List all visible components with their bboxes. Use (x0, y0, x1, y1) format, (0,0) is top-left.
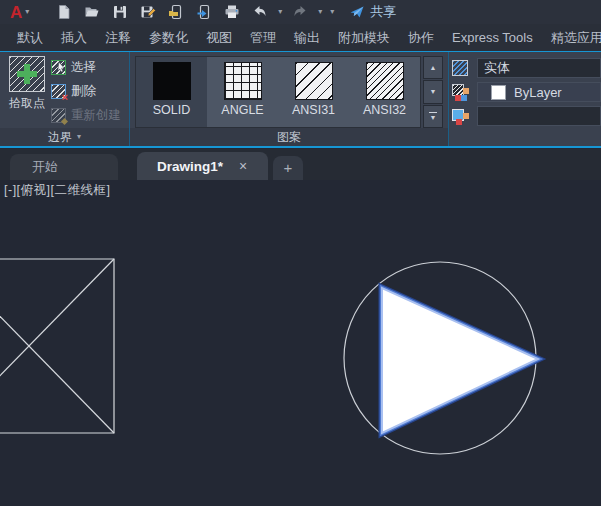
select-boundary-icon (51, 60, 66, 75)
share-button[interactable]: 共享 (349, 3, 396, 21)
pattern-item-ansi32[interactable]: ANSI32 (349, 57, 420, 127)
hatch-color-value: ByLayer (514, 85, 562, 100)
select-boundary-button[interactable]: 选择 (51, 58, 96, 76)
file-tab-start[interactable]: 开始 (10, 154, 118, 180)
cursor-arrow-icon (57, 62, 66, 73)
gallery-expand-button[interactable]: ▼ (423, 105, 443, 128)
pattern-item-angle[interactable]: ANGLE (207, 57, 278, 127)
background-color-icon (452, 108, 468, 124)
tab-output[interactable]: 输出 (285, 24, 329, 51)
boundary-rectangle[interactable] (0, 259, 114, 433)
tab-collaborate[interactable]: 协作 (399, 24, 443, 51)
tab-featured-apps[interactable]: 精选应用 (542, 24, 601, 51)
pattern-gallery: SOLID ANGLE ANSI31 ANSI32 (135, 56, 421, 128)
pattern-item-label: SOLID (136, 103, 207, 117)
plot-button[interactable] (221, 1, 243, 23)
red-x-icon: × (62, 91, 68, 103)
remove-boundary-button[interactable]: × 删除 (51, 82, 96, 100)
application-menu-button[interactable]: A ▾ (6, 4, 33, 21)
title-bar: A ▾ (0, 0, 601, 24)
ansi32-pattern-swatch (366, 62, 404, 100)
recreate-boundary-icon (51, 108, 66, 123)
chevron-down-icon: ▾ (77, 133, 81, 141)
tab-addins[interactable]: 附加模块 (329, 24, 399, 51)
open-from-web-mobile-button[interactable] (165, 1, 187, 23)
tab-annotate[interactable]: 注释 (96, 24, 140, 51)
rectangle-diagonal-1[interactable] (0, 259, 114, 433)
close-tab-button[interactable]: × (239, 159, 247, 173)
gallery-scroll-down-button[interactable]: ▼ (423, 80, 443, 103)
hatch-triangle-solid-fill[interactable] (382, 288, 538, 433)
blue-swatch-part (461, 95, 467, 101)
redo-button[interactable] (289, 1, 311, 23)
chevron-down-icon: ▾ (25, 8, 29, 16)
hatch-color-row (452, 82, 468, 102)
hatch-type-row (452, 58, 468, 78)
boundaries-panel-footer[interactable]: 边界 ▾ (0, 128, 129, 146)
hatch-type-dropdown[interactable]: 实体 (477, 58, 601, 78)
solid-pattern-swatch (153, 62, 191, 100)
pattern-item-label: ANSI31 (278, 103, 349, 117)
undo-arrow-icon (252, 4, 268, 20)
tab-default[interactable]: 默认 (8, 24, 52, 51)
start-tab-label: 开始 (32, 159, 58, 174)
paper-plane-icon (349, 4, 365, 20)
orange-swatch-part (463, 113, 469, 119)
file-tab-bar: 开始 Drawing1* × + (0, 149, 601, 180)
tab-express-tools[interactable]: Express Tools (443, 24, 542, 51)
background-color-dropdown[interactable] (477, 106, 601, 126)
qat-customize-button[interactable]: ▾ (327, 1, 337, 23)
save-to-web-mobile-button[interactable] (193, 1, 215, 23)
open-folder-icon (84, 4, 100, 20)
new-drawing-tab-button[interactable]: + (273, 156, 303, 180)
boundaries-panel: 拾取点 选择 × 删除 重新创建 (0, 52, 130, 146)
pattern-item-ansi31[interactable]: ANSI31 (278, 57, 349, 127)
tab-parametric[interactable]: 参数化 (140, 24, 197, 51)
drawing-tab-label: Drawing1* (157, 159, 223, 174)
pick-points-button[interactable]: 拾取点 (3, 55, 51, 112)
close-icon: × (239, 158, 247, 174)
expand-chevron-icon: ▼ (430, 114, 437, 121)
gallery-scrollbar: ▲ ▼ ▼ (423, 56, 443, 128)
tab-manage[interactable]: 管理 (241, 24, 285, 51)
save-icon (112, 4, 128, 20)
pick-points-label: 拾取点 (3, 95, 51, 112)
new-button[interactable] (53, 1, 75, 23)
recreate-boundary-button: 重新创建 (51, 106, 121, 124)
undo-dropdown-button[interactable]: ▾ (275, 1, 285, 23)
open-button[interactable] (81, 1, 103, 23)
scroll-down-icon: ▼ (430, 88, 437, 95)
pattern-item-solid[interactable]: SOLID (136, 57, 207, 127)
new-file-icon (56, 4, 72, 20)
save-as-icon (140, 4, 156, 20)
pattern-item-label: ANGLE (207, 103, 278, 117)
save-as-button[interactable] (137, 1, 159, 23)
share-label: 共享 (370, 3, 396, 21)
tab-insert[interactable]: 插入 (52, 24, 96, 51)
chevron-down-icon: ▾ (330, 8, 334, 16)
plus-icon: + (284, 159, 293, 176)
autocad-window: A ▾ (0, 0, 601, 506)
scroll-up-icon: ▲ (430, 64, 437, 71)
select-boundary-label: 选择 (71, 59, 96, 76)
drawing-area[interactable]: [-][俯视][二维线框] (0, 180, 601, 506)
hatch-color-dropdown[interactable]: ByLayer (477, 82, 601, 102)
undo-button[interactable] (249, 1, 271, 23)
properties-panel: 实体 ByLayer (449, 52, 601, 146)
pattern-panel: SOLID ANGLE ANSI31 ANSI32 ▲ (130, 52, 449, 146)
redo-dropdown-button[interactable]: ▾ (315, 1, 325, 23)
tab-view[interactable]: 视图 (197, 24, 241, 51)
autocad-logo-icon: A (10, 4, 22, 21)
save-button[interactable] (109, 1, 131, 23)
file-tab-drawing1[interactable]: Drawing1* × (137, 152, 268, 180)
pattern-panel-footer[interactable]: 图案 (130, 128, 448, 146)
chevron-down-icon: ▾ (318, 8, 322, 16)
rectangle-diagonal-2[interactable] (0, 259, 114, 433)
background-color-row (452, 106, 468, 126)
angle-pattern-swatch (224, 62, 262, 100)
hatch-color-icon (452, 84, 468, 100)
boundaries-panel-title: 边界 (48, 129, 72, 146)
expand-bar-icon (429, 112, 437, 113)
gallery-scroll-up-button[interactable]: ▲ (423, 56, 443, 79)
ribbon-hatch-creation: 拾取点 选择 × 删除 重新创建 (0, 51, 601, 148)
